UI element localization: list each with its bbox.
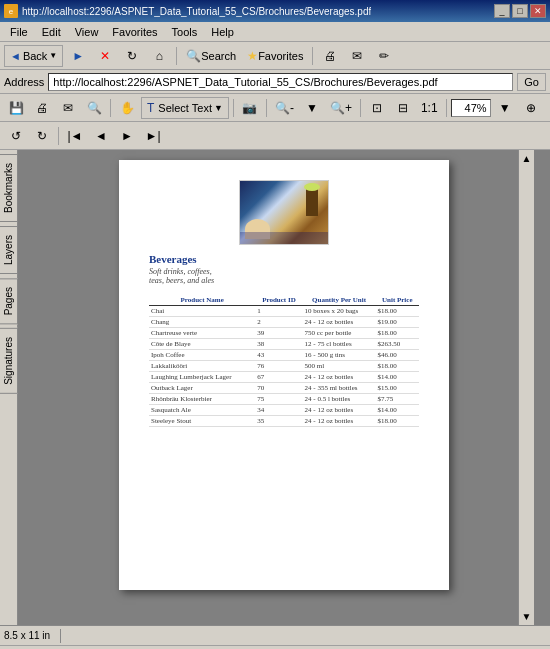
table-cell: 24 - 0.5 l bottles xyxy=(303,394,376,405)
pdf-nav-first-button[interactable]: |◄ xyxy=(63,125,87,147)
rotate-cw-icon: ↻ xyxy=(37,129,47,143)
pdf-toolbar: 💾 🖨 ✉ 🔍 ✋ T Select Text ▼ 📷 🔍- ▼ 🔍+ ⊡ ⊟ … xyxy=(0,94,550,122)
scrollbar-right[interactable]: ▲ ▼ xyxy=(518,150,534,625)
pdf-zoom-out-button[interactable]: 🔍- xyxy=(271,97,298,119)
table-cell: $15.00 xyxy=(376,383,419,394)
minimize-button[interactable]: _ xyxy=(494,4,510,18)
pdf-nav-prev-button[interactable]: ◄ xyxy=(89,125,113,147)
menu-tools[interactable]: Tools xyxy=(166,25,204,39)
close-button[interactable]: ✕ xyxy=(530,4,546,18)
scroll-down-arrow[interactable]: ▼ xyxy=(522,608,532,625)
search-label: Search xyxy=(201,50,236,62)
pdf-sep-1 xyxy=(110,99,111,117)
pdf-search-text-button[interactable]: 🔍 xyxy=(82,97,106,119)
table-cell: 43 xyxy=(255,350,302,361)
browser-toolbar: ◄ Back ▼ ► ✕ ↻ ⌂ 🔍 Search ★ Favorites 🖨 … xyxy=(0,42,550,70)
pdf-email-icon: ✉ xyxy=(63,101,73,115)
pdf-sep-2 xyxy=(233,99,234,117)
favorites-button[interactable]: ★ Favorites xyxy=(243,45,307,67)
menu-help[interactable]: Help xyxy=(205,25,240,39)
scroll-up-arrow[interactable]: ▲ xyxy=(522,150,532,167)
zoom-input[interactable] xyxy=(451,99,491,117)
print-button[interactable]: 🖨 xyxy=(318,45,342,67)
menu-file[interactable]: File xyxy=(4,25,34,39)
table-row: Steeleye Stout3524 - 12 oz bottles$18.00 xyxy=(149,416,419,427)
go-button[interactable]: Go xyxy=(517,73,546,91)
menu-favorites[interactable]: Favorites xyxy=(106,25,163,39)
zoom-dropdown-icon: ▼ xyxy=(306,101,318,115)
search-button[interactable]: 🔍 Search xyxy=(182,45,240,67)
main-area: Bookmarks Layers Pages Signatures ▲ ▼ Be… xyxy=(0,150,550,625)
separator-1 xyxy=(176,47,177,65)
pdf-zoom-dropdown-button[interactable]: ▼ xyxy=(300,97,324,119)
table-cell: 24 - 12 oz bottles xyxy=(303,317,376,328)
pdf-data-table: Product Name Product ID Quantity Per Uni… xyxy=(149,295,419,427)
col-header-price: Unit Price xyxy=(376,295,419,306)
pdf-view[interactable]: ▲ ▼ Beverages Soft drinks, coffees,teas,… xyxy=(18,150,550,625)
table-row: Sasquatch Ale3424 - 12 oz bottles$14.00 xyxy=(149,405,419,416)
table-cell: 24 - 355 ml bottles xyxy=(303,383,376,394)
pdf-snapshot-button[interactable]: 📷 xyxy=(238,97,262,119)
pdf-sep-3 xyxy=(266,99,267,117)
fit-width-icon: ⊟ xyxy=(398,101,408,115)
pdf-snapshot-icon: 📷 xyxy=(242,101,257,115)
menu-view[interactable]: View xyxy=(69,25,105,39)
extra-button-2[interactable]: ✏ xyxy=(372,45,396,67)
table-cell: Steeleye Stout xyxy=(149,416,255,427)
table-cell: 39 xyxy=(255,328,302,339)
pdf-rotate-cw-button[interactable]: ↻ xyxy=(30,125,54,147)
table-row: Outback Lager7024 - 355 ml bottles$15.00 xyxy=(149,383,419,394)
pdf-zoom-level-dropdown-button[interactable]: ▼ xyxy=(493,97,517,119)
refresh-button[interactable]: ↻ xyxy=(120,45,144,67)
pdf-page: Beverages Soft drinks, coffees,teas, bee… xyxy=(119,160,449,590)
table-cell: $18.00 xyxy=(376,328,419,339)
pdf-save-button[interactable]: 💾 xyxy=(4,97,28,119)
select-text-dropdown-icon: ▼ xyxy=(214,103,223,113)
table-cell: Sasquatch Ale xyxy=(149,405,255,416)
forward-icon: ► xyxy=(72,49,84,63)
extra-button-1[interactable]: ✉ xyxy=(345,45,369,67)
address-input[interactable] xyxy=(48,73,513,91)
forward-button[interactable]: ► xyxy=(66,45,90,67)
pdf-fit-page-button[interactable]: ⊡ xyxy=(365,97,389,119)
pdf-actual-size-button[interactable]: 1:1 xyxy=(417,97,442,119)
pdf-nav-next-button[interactable]: ► xyxy=(115,125,139,147)
pdf-hand-button[interactable]: ✋ xyxy=(115,97,139,119)
table-cell: 24 - 12 oz bottles xyxy=(303,416,376,427)
table-cell: 2 xyxy=(255,317,302,328)
pages-tab[interactable]: Pages xyxy=(0,278,18,324)
pdf-expand-button[interactable]: ⊕ xyxy=(519,97,543,119)
pdf-fit-width-button[interactable]: ⊟ xyxy=(391,97,415,119)
layers-tab[interactable]: Layers xyxy=(0,226,18,274)
address-bar: Address Go xyxy=(0,70,550,94)
menu-edit[interactable]: Edit xyxy=(36,25,67,39)
back-button[interactable]: ◄ Back ▼ xyxy=(4,45,63,67)
pdf-nav-last-button[interactable]: ►| xyxy=(141,125,165,147)
favorites-label: Favorites xyxy=(258,50,303,62)
left-panel: Bookmarks Layers Pages Signatures xyxy=(0,150,18,625)
table-cell: Outback Lager xyxy=(149,383,255,394)
pdf-zoom-in-button[interactable]: 🔍+ xyxy=(326,97,356,119)
stop-button[interactable]: ✕ xyxy=(93,45,117,67)
col-header-quantity: Quantity Per Unit xyxy=(303,295,376,306)
select-text-button[interactable]: T Select Text ▼ xyxy=(141,97,229,119)
table-cell: 12 - 75 cl bottles xyxy=(303,339,376,350)
table-cell: $18.00 xyxy=(376,416,419,427)
table-row: Laughing Lumberjack Lager6724 - 12 oz bo… xyxy=(149,372,419,383)
pdf-sep-6 xyxy=(58,127,59,145)
table-cell: Rhönbräu Klosterbier xyxy=(149,394,255,405)
bookmarks-tab[interactable]: Bookmarks xyxy=(0,154,18,222)
pdf-sep-4 xyxy=(360,99,361,117)
table-cell: $14.00 xyxy=(376,405,419,416)
home-icon: ⌂ xyxy=(156,49,163,63)
pdf-email-button[interactable]: ✉ xyxy=(56,97,80,119)
pdf-rotate-ccw-button[interactable]: ↺ xyxy=(4,125,28,147)
pdf-print-button[interactable]: 🖨 xyxy=(30,97,54,119)
table-cell: 70 xyxy=(255,383,302,394)
maximize-button[interactable]: □ xyxy=(512,4,528,18)
table-cell: Ipoh Coffee xyxy=(149,350,255,361)
page-size: 8.5 x 11 in xyxy=(4,630,50,641)
home-button[interactable]: ⌂ xyxy=(147,45,171,67)
signatures-tab[interactable]: Signatures xyxy=(0,328,18,394)
table-cell: $18.00 xyxy=(376,361,419,372)
